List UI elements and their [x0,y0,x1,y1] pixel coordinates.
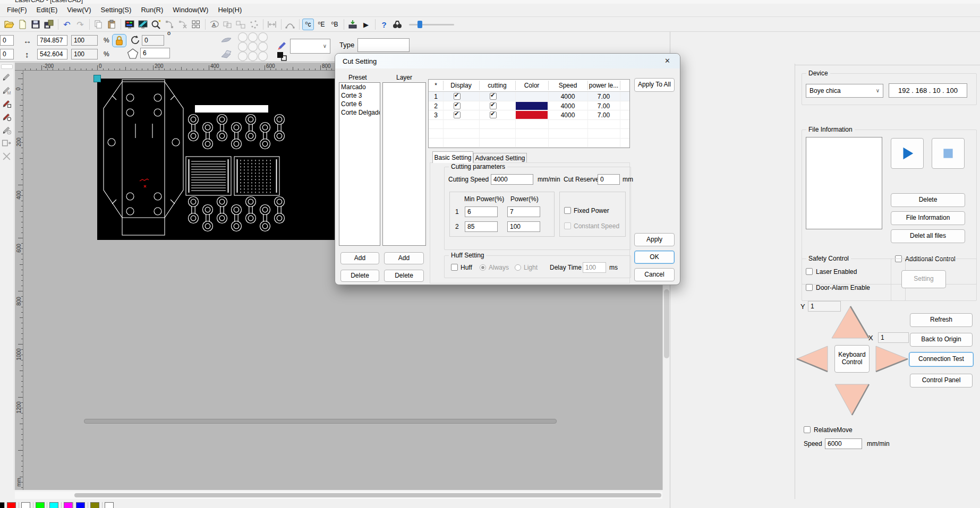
polygon-sides-field[interactable] [140,48,170,58]
help-button[interactable]: ? [378,19,390,30]
trim-tool-button[interactable] [220,49,234,59]
layer-color-swatch[interactable] [516,92,548,100]
cut-reserve-field[interactable] [598,174,620,185]
pos-x-field[interactable] [0,35,14,46]
pen-color-button[interactable] [275,38,288,51]
speed-slider[interactable] [409,22,454,27]
angle-field[interactable] [142,35,164,46]
palette-color-4[interactable] [49,502,58,508]
crop-box-tool-button[interactable] [1,137,13,149]
pen-mark-tool-button[interactable]: M [1,84,13,96]
jog-speed-field[interactable] [825,438,862,449]
pen-style-dropdown[interactable]: ∨ [290,39,330,54]
preset-item[interactable]: Corte 3 [339,91,380,100]
pen-dot-tool-button[interactable] [1,124,13,136]
horizontal-scrollbar[interactable] [15,492,662,499]
layer-delete-button[interactable]: Delete [384,270,424,282]
inner-hscrollbar[interactable] [84,419,557,424]
jog-right-button[interactable] [875,345,909,373]
array-grid-tool[interactable] [237,32,269,62]
laser-download-button[interactable] [347,19,359,30]
delete-tool-button[interactable] [1,151,13,162]
palette-color-1[interactable] [7,502,16,508]
layer-color-swatch[interactable] [516,102,548,110]
save-all-button[interactable] [43,19,55,30]
sim-screen-button[interactable] [124,19,135,30]
cutting-checkbox[interactable]: ✔ [490,111,497,118]
menu-window[interactable]: Window(W) [168,4,213,15]
scatter-button[interactable] [248,19,260,30]
object-height-field[interactable] [37,49,67,59]
device-ip-field[interactable]: 192 . 168 . 10 . 100 [889,83,967,98]
undo-button[interactable]: ↶ [61,19,73,30]
out-b-button[interactable]: ⁰B [329,19,340,30]
node-edit-button[interactable] [164,19,175,30]
close-icon[interactable]: ✕ [664,57,670,65]
pen-tool-button[interactable] [1,71,13,83]
jog-left-button[interactable] [796,345,829,373]
copy-button[interactable] [92,19,104,30]
stop-file-button[interactable] [932,138,965,169]
array-copy-button[interactable] [190,19,202,30]
door-alarm-checkbox[interactable]: ✔ [806,284,813,291]
min-power-1-field[interactable] [465,206,498,217]
ok-button[interactable]: OK [634,251,675,264]
ungroup-button[interactable] [235,19,246,30]
display-checkbox[interactable]: ✔ [454,111,461,118]
fill-color-button[interactable] [276,51,288,62]
table-row[interactable]: 1✔✔40007.00 [429,92,629,101]
open-folder-button[interactable] [3,19,15,30]
run-play-button[interactable]: ▶ [360,19,372,30]
back-to-origin-button[interactable]: Back to Origin [910,333,973,347]
menu-view[interactable]: View(V) [62,4,96,15]
rotate-button[interactable] [129,35,141,47]
scale-y-field[interactable] [71,49,98,59]
preset-add-button[interactable]: Add [340,252,379,264]
out-e-button[interactable]: ⁰E [316,19,327,30]
preset-item[interactable]: Corte Delgado [339,108,380,117]
control-panel-button[interactable]: Control Panel [910,374,973,388]
menu-file[interactable]: File(F) [2,4,32,15]
menu-run[interactable]: Run(R) [136,4,168,15]
measure-button[interactable] [266,19,278,30]
save-button[interactable] [30,19,41,30]
delete-all-files-button[interactable]: Delet all files [891,229,965,243]
zoom-lens-button[interactable] [150,19,162,30]
display-checkbox[interactable]: ✔ [454,93,461,100]
origin-handle[interactable] [93,75,101,82]
menu-edit[interactable]: Edit(E) [32,4,63,15]
rotate-a-button[interactable]: A [208,19,220,30]
relative-move-checkbox[interactable]: ✔ [804,426,811,433]
preset-list[interactable]: MarcadoCorte 3Corte 6Corte Delgado [339,82,380,246]
run-file-button[interactable] [891,138,924,169]
menu-setting[interactable]: Setting(S) [96,4,137,15]
pen-circle-tool-button[interactable] [1,111,13,123]
keyboard-control-button[interactable]: Keyboard Control [834,345,870,373]
type-field[interactable] [357,38,410,52]
file-information-button[interactable]: File Information [891,211,965,225]
tab-advanced-setting[interactable]: Advanced Setting [473,153,527,163]
slider-thumb[interactable] [417,21,422,28]
apply-button[interactable]: Apply [634,233,675,246]
node-delete-button[interactable] [177,19,189,30]
palette-color-3[interactable] [36,502,45,508]
display-checkbox[interactable]: ✔ [454,102,461,109]
file-list[interactable] [806,137,882,229]
fillet-tool-button[interactable] [220,35,234,45]
jog-down-button[interactable] [834,383,870,416]
x-step-field[interactable] [878,332,909,343]
arc-tool-button[interactable] [284,19,296,30]
table-row[interactable]: 3✔✔40007.00 [429,110,629,120]
layer-add-button[interactable]: Add [384,252,424,264]
redo-button[interactable]: ↷ [74,19,86,30]
pen-rect-tool-button[interactable] [1,98,13,109]
fixed-power-checkbox[interactable]: ✔ [564,207,571,214]
preview-screen-button[interactable] [137,19,149,30]
horizontal-scroll-thumb[interactable] [74,493,661,497]
tab-basic-setting[interactable]: Basic Setting [432,151,473,163]
connection-test-button[interactable]: Connection Test [909,352,974,367]
preset-delete-button[interactable]: Delete [340,270,379,282]
group-button[interactable] [221,19,233,30]
cutting-checkbox[interactable]: ✔ [490,102,497,109]
palette-color-2[interactable] [21,502,30,508]
